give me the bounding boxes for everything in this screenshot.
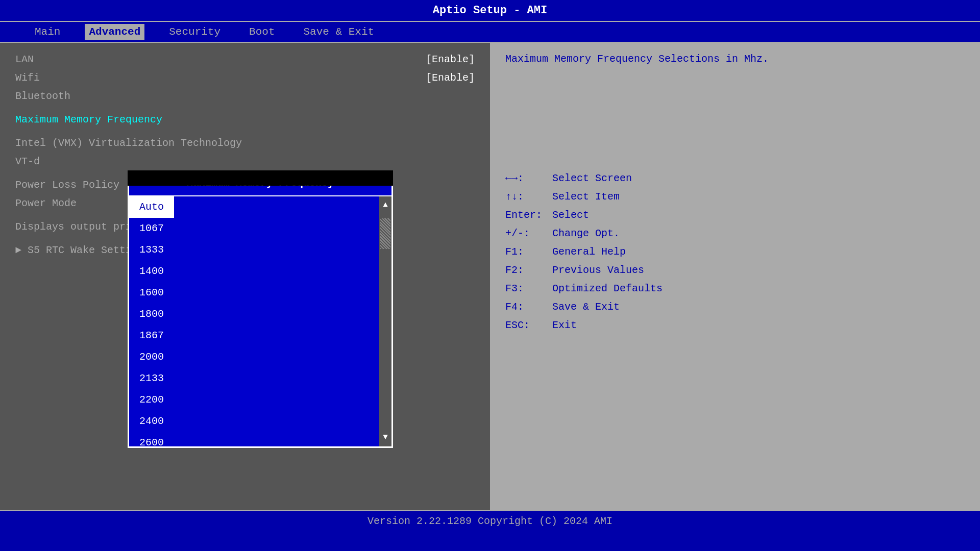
scrollbar-down-arrow[interactable]: ▼ [381,429,390,446]
nav-bar: MainAdvancedSecurityBootSave & Exit [0,21,980,43]
modal-option[interactable]: 1600 [129,282,174,304]
left-item-label: Maximum Memory Frequency [15,111,162,129]
key-label: ESC: [505,316,546,335]
key-help-row: F1:General Help [505,243,965,261]
left-item-label: Wifi [15,69,40,87]
left-panel: LAN[Enable]Wifi[Enable]BluetoothMaximum … [0,43,490,510]
left-item-label: Power Mode [15,195,77,212]
key-help-row: ↑↓:Select Item [505,188,965,206]
key-action: Select Screen [552,169,632,188]
key-label: F3: [505,280,546,298]
nav-item-advanced[interactable]: Advanced [85,24,144,40]
modal-option[interactable]: 2600 [129,432,174,446]
left-item: Intel (VMX) Virtualization Technology [15,135,475,152]
left-item-label: Bluetooth [15,88,70,105]
modal-option[interactable]: 1800 [129,304,174,325]
left-item-label: Power Loss Policy [15,177,119,194]
scrollbar-up-arrow[interactable]: ▲ [381,196,390,214]
footer-text: Version 2.22.1289 Copyright (C) 2024 AMI [368,515,612,527]
modal-option[interactable]: 2000 [129,346,174,368]
key-action: Exit [552,316,577,335]
key-help-row: ESC:Exit [505,316,965,335]
modal-option[interactable]: 1333 [129,239,174,261]
key-action: Previous Values [552,261,644,280]
left-item: VT-d [15,153,475,170]
nav-item-save-and-exit[interactable]: Save & Exit [300,24,379,40]
nav-item-main[interactable]: Main [31,24,64,40]
modal-option[interactable]: 1400 [129,261,174,282]
key-label: +/-: [505,224,546,243]
modal-option[interactable]: 2400 [129,411,174,432]
key-action: Save & Exit [552,298,620,316]
modal-option[interactable]: 1067 [129,218,174,239]
left-item[interactable]: LAN[Enable] [15,51,475,68]
nav-item-security[interactable]: Security [165,24,225,40]
modal-option[interactable]: Auto [129,196,174,218]
modal-list[interactable]: Auto106713331400160018001867200021332200… [129,196,174,446]
modal-title: Maximum Memory Frequency [129,172,391,196]
key-action: Select [552,206,589,224]
key-help-row: +/-:Change Opt. [505,224,965,243]
modal-dialog[interactable]: Maximum Memory Frequency Auto10671333140… [128,170,393,448]
key-help-row: F3:Optimized Defaults [505,280,965,298]
left-item[interactable]: Wifi[Enable] [15,69,475,87]
key-action: General Help [552,243,626,261]
left-item-label: VT-d [15,153,40,170]
modal-option[interactable]: 1867 [129,325,174,346]
key-help-row: F4:Save & Exit [505,298,965,316]
key-help: ←→:Select Screen↑↓:Select ItemEnter:Sele… [505,169,965,335]
bottom-bar: Version 2.22.1289 Copyright (C) 2024 AMI [0,510,980,533]
key-action: Select Item [552,188,620,206]
key-help-row: F2:Previous Values [505,261,965,280]
key-label: ↑↓: [505,188,546,206]
left-item-label: LAN [15,51,34,68]
right-panel: Maximum Memory Frequency Selections in M… [490,43,980,510]
key-help-row: Enter:Select [505,206,965,224]
modal-option[interactable]: 2133 [129,368,174,389]
left-item-value: [Enable] [426,51,475,68]
scrollbar-thumb[interactable] [380,218,390,249]
help-text: Maximum Memory Frequency Selections in M… [505,51,965,67]
nav-item-boot[interactable]: Boot [245,24,279,40]
left-item-value: [Enable] [426,69,475,87]
app-title: Aptio Setup - AMI [433,4,547,17]
modal-scrollbar[interactable]: ▲ ▼ [379,196,391,446]
left-item: Maximum Memory Frequency [15,111,475,129]
modal-option[interactable]: 2200 [129,389,174,411]
left-item-label: Intel (VMX) Virtualization Technology [15,135,242,152]
key-label: F4: [505,298,546,316]
key-label: Enter: [505,206,546,224]
key-label: F2: [505,261,546,280]
key-action: Optimized Defaults [552,280,663,298]
key-label: ←→: [505,169,546,188]
key-label: F1: [505,243,546,261]
key-help-row: ←→:Select Screen [505,169,965,188]
title-bar: Aptio Setup - AMI [0,0,980,21]
left-item: Bluetooth [15,88,475,105]
key-action: Change Opt. [552,224,620,243]
main-content: LAN[Enable]Wifi[Enable]BluetoothMaximum … [0,43,980,510]
